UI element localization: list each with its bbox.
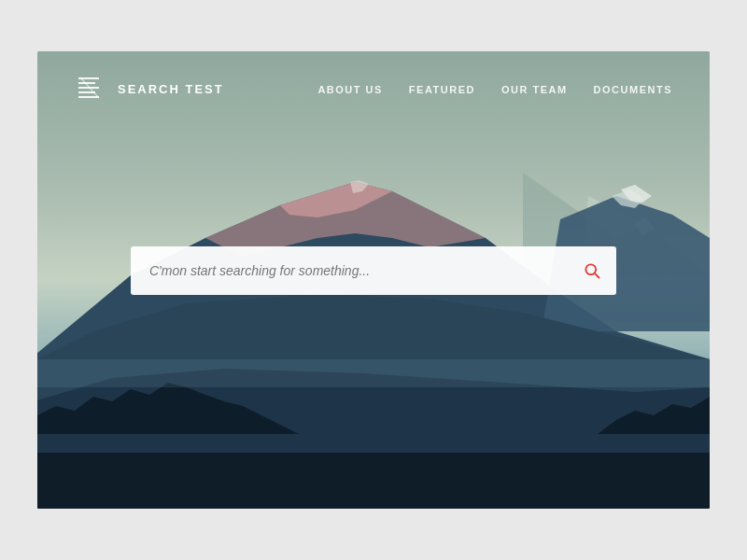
svg-rect-6 [78,96,99,98]
brand-title: SEARCH TEST [118,82,224,96]
nav-link-team[interactable]: OUR TEAM [501,84,568,95]
nav-link-documents[interactable]: DOCUMENTS [594,84,672,95]
navbar: SEARCH TEST ABOUT US FEATURED OUR TEAM D… [37,51,710,126]
svg-rect-1 [37,453,710,509]
brand: SEARCH TEST [75,72,224,105]
nav-link-featured[interactable]: FEATURED [409,84,475,95]
nav-item-documents[interactable]: DOCUMENTS [594,80,672,97]
hero-section: SEARCH TEST ABOUT US FEATURED OUR TEAM D… [37,51,710,509]
nav-item-featured[interactable]: FEATURED [409,80,475,97]
nav-item-about[interactable]: ABOUT US [317,80,382,97]
search-bar [131,246,616,295]
svg-line-9 [595,273,599,278]
search-button[interactable] [568,246,616,295]
nav-link-about[interactable]: ABOUT US [317,84,382,95]
nav-item-team[interactable]: OUR TEAM [501,80,568,97]
search-section [131,246,616,295]
nav-links: ABOUT US FEATURED OUR TEAM DOCUMENTS [317,80,672,97]
search-icon [583,261,601,280]
search-input[interactable] [131,263,568,278]
brand-logo-icon [75,72,108,105]
